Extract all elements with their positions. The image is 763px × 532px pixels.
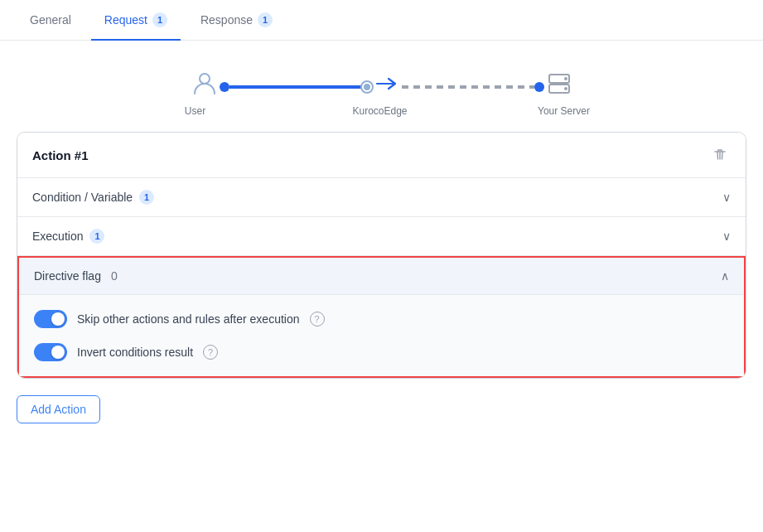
directive-flag-chevron: ∧ (721, 269, 729, 283)
invert-conditions-knob (51, 346, 65, 359)
action-card: Action #1 Condition / Variable 1 ∨ Execu… (17, 132, 746, 379)
skip-actions-row: Skip other actions and rules after execu… (34, 310, 729, 328)
pipeline-line-dashed (402, 85, 534, 89)
skip-actions-label: Skip other actions and rules after execu… (77, 312, 300, 326)
tab-response-badge: 1 (258, 12, 273, 27)
tab-general[interactable]: General (17, 2, 85, 40)
delete-action-button[interactable] (709, 144, 731, 166)
add-action-container: Add Action (17, 395, 746, 423)
pipeline-line-filled (229, 85, 362, 89)
invert-conditions-row: Invert conditions result ? (34, 343, 729, 361)
tab-response-label: Response (200, 13, 253, 27)
pipeline-dot-end (534, 82, 544, 92)
invert-conditions-label: Invert conditions result (77, 346, 193, 359)
pipeline-dot-mid (362, 82, 372, 92)
invert-conditions-toggle[interactable] (34, 343, 67, 361)
condition-variable-label: Condition / Variable (32, 191, 133, 204)
server-label: Your Server (538, 105, 590, 117)
add-action-label: Add Action (31, 403, 86, 416)
action-header: Action #1 (17, 133, 746, 178)
pipeline-node-server (544, 69, 574, 99)
pipeline-node-kurocoedge (372, 72, 402, 99)
arrow-icon (372, 69, 402, 99)
execution-chevron: ∨ (722, 230, 731, 243)
accordion-condition-variable[interactable]: Condition / Variable 1 ∨ (17, 178, 746, 217)
condition-variable-chevron: ∨ (722, 191, 731, 204)
execution-badge: 1 (89, 229, 104, 244)
tab-request-badge: 1 (152, 12, 167, 27)
svg-point-3 (564, 77, 567, 80)
tab-request[interactable]: Request 1 (91, 1, 181, 41)
user-icon (190, 69, 220, 99)
tab-response[interactable]: Response 1 (187, 1, 286, 41)
directive-flag-count: 0 (111, 269, 118, 283)
invert-conditions-help-icon[interactable]: ? (203, 345, 218, 360)
execution-label: Execution (32, 230, 83, 243)
directive-flag-header[interactable]: Directive flag 0 ∧ (19, 258, 744, 295)
pipeline-dot-start (220, 82, 229, 92)
server-icon (544, 69, 574, 99)
svg-point-4 (564, 87, 567, 90)
accordion-execution[interactable]: Execution 1 ∨ (17, 217, 746, 256)
tab-request-label: Request (104, 13, 147, 27)
tabs-bar: General Request 1 Response 1 (0, 0, 763, 41)
skip-actions-knob (51, 312, 65, 326)
skip-actions-help-icon[interactable]: ? (310, 312, 325, 326)
pipeline-node-user (190, 69, 220, 99)
user-label: User (185, 105, 205, 117)
directive-flag-section: Directive flag 0 ∧ Skip other actions an… (17, 256, 746, 378)
main-content: User KurocoEdge Your Server Action #1 Co… (0, 41, 763, 443)
kurocoedge-label: KurocoEdge (353, 105, 408, 117)
add-action-button[interactable]: Add Action (17, 395, 100, 423)
directive-flag-label: Directive flag (34, 269, 101, 283)
svg-point-0 (200, 74, 210, 84)
tab-general-label: General (30, 13, 71, 27)
directive-flag-body: Skip other actions and rules after execu… (19, 295, 744, 376)
condition-variable-badge: 1 (139, 190, 154, 205)
skip-actions-toggle[interactable] (34, 310, 67, 328)
action-title: Action #1 (32, 148, 89, 162)
